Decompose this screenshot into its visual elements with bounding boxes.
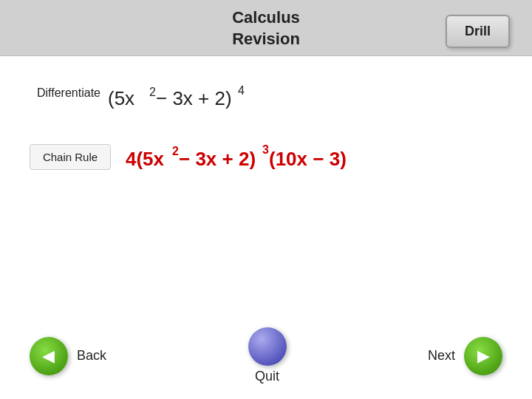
next-nav: Next ▶	[428, 337, 502, 375]
svg-text:4: 4	[238, 84, 245, 97]
result-expression: 4(5x 2 − 3x + 2) 3 (10x − 3)	[126, 137, 406, 176]
svg-text:− 3x + 2): − 3x + 2)	[179, 148, 256, 170]
next-label: Next	[428, 348, 455, 364]
back-nav: ◀ Back	[30, 337, 106, 375]
svg-text:− 3x + 2): − 3x + 2)	[156, 87, 232, 109]
quit-button[interactable]: Quit	[248, 327, 287, 384]
svg-text:2: 2	[172, 145, 179, 157]
svg-text:3: 3	[262, 143, 269, 156]
expression-area: Differentiate (5x 2 − 3x + 2) 4	[37, 78, 502, 115]
differentiate-label: Differentiate	[37, 86, 100, 100]
main-content: Differentiate (5x 2 − 3x + 2) 4 Chain Ru…	[0, 56, 532, 191]
svg-text:(5x: (5x	[108, 87, 134, 109]
back-arrow-icon: ◀	[42, 347, 55, 366]
svg-text:2: 2	[149, 86, 156, 98]
back-circle-icon[interactable]: ◀	[30, 337, 68, 375]
chain-rule-container: Chain Rule 4(5x 2 − 3x + 2) 3 (10x − 3)	[30, 137, 502, 176]
main-expression: (5x 2 − 3x + 2) 4	[108, 78, 256, 115]
svg-text:4(5x: 4(5x	[126, 148, 165, 170]
title-line1: Calculus	[232, 8, 300, 27]
back-label: Back	[77, 348, 106, 364]
main-expression-svg: (5x 2 − 3x + 2) 4	[108, 78, 256, 115]
quit-circle-icon	[248, 327, 287, 366]
next-circle-icon[interactable]: ▶	[464, 337, 502, 375]
quit-label: Quit	[255, 369, 279, 384]
result-expression-svg: 4(5x 2 − 3x + 2) 3 (10x − 3)	[126, 137, 406, 176]
chain-rule-badge: Chain Rule	[30, 144, 111, 170]
drill-button[interactable]: Drill	[446, 15, 510, 48]
svg-text:(10x − 3): (10x − 3)	[269, 148, 347, 170]
title-line2: Revision	[232, 30, 300, 48]
next-arrow-icon: ▶	[477, 347, 490, 366]
bottom-nav: ◀ Back Quit Next ▶	[0, 327, 532, 384]
